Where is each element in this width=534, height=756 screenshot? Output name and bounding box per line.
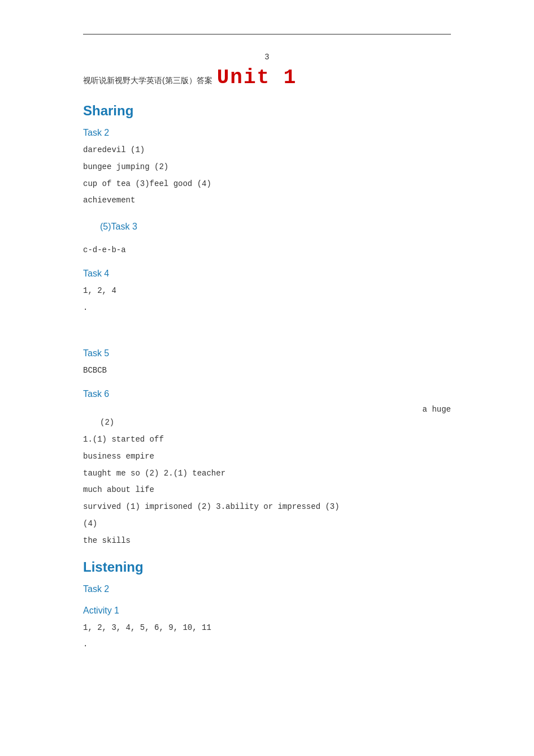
page-number: 3 — [265, 52, 270, 61]
task-6-label: Task 6 — [83, 389, 451, 399]
task-6-line-6: survived (1) imprisoned (2) 3.ability or… — [83, 500, 451, 514]
task-4-block: Task 4 1, 2, 4 . — [83, 269, 451, 315]
task-6-line-5: much about life — [83, 483, 451, 497]
unit-title: Unit 1 — [217, 66, 297, 89]
task-2-line-1: daredevil (1) — [83, 144, 451, 157]
task-6-right-line: a huge — [83, 405, 451, 414]
task-2-block: Task 2 daredevil (1) bungee jumping (2) … — [83, 128, 451, 208]
task-3-block: (5)Task 3 c-d-e-b-a — [83, 219, 451, 257]
top-rule — [83, 34, 451, 34]
task-2-label: Task 2 — [83, 128, 451, 138]
task-5-answer: BCBCB — [83, 364, 451, 378]
task-3-answer: c-d-e-b-a — [83, 244, 451, 257]
page-content: 3 视听说新视野大学英语(第三版）答案 Unit 1 Sharing Task … — [0, 0, 534, 697]
task-6-line-2: 1.(1) started off — [83, 433, 451, 447]
listen-task-2-block: Task 2 — [83, 584, 451, 594]
task-6-line-3: business empire — [83, 450, 451, 464]
task-5-block: Task 5 BCBCB — [83, 348, 451, 378]
task-2-line-4: achievement — [83, 194, 451, 208]
unit-subtitle: 视听说新视野大学英语(第三版）答案 — [83, 76, 212, 86]
activity-1-label: Activity 1 — [83, 606, 451, 616]
sharing-heading: Sharing — [83, 103, 451, 119]
section-sharing: Sharing Task 2 daredevil (1) bungee jump… — [83, 103, 451, 314]
task-5-label: Task 5 — [83, 348, 451, 358]
task-4-label: Task 4 — [83, 269, 451, 279]
page-number-area: 3 — [83, 51, 451, 62]
task-6-line-7: (4) — [83, 517, 451, 531]
listen-task-2-label: Task 2 — [83, 584, 451, 594]
activity-1-answer: 1, 2, 3, 4, 5, 6, 9, 10, 11 — [83, 621, 451, 635]
activity-1-block: Activity 1 1, 2, 3, 4, 5, 6, 9, 10, 11 . — [83, 606, 451, 652]
task-4-dot: . — [83, 301, 451, 315]
task-6-line-1: (2) — [100, 416, 451, 430]
task-6-line-8: the skills — [83, 534, 451, 548]
task-3-label: (5)Task 3 — [100, 219, 451, 235]
listening-heading: Listening — [83, 559, 451, 575]
task-6-line-4: taught me so (2) 2.(1) teacher — [83, 467, 451, 481]
page-container: 3 视听说新视野大学英语(第三版）答案 Unit 1 Sharing Task … — [0, 0, 534, 756]
task-2-line-3: cup of tea (3)feel good (4) — [83, 178, 451, 191]
task-2-line-2: bungee jumping (2) — [83, 161, 451, 174]
task-6-block: Task 6 a huge (2) 1.(1) started off busi… — [83, 389, 451, 547]
activity-1-dot: . — [83, 638, 451, 651]
section-listening: Listening Task 2 Activity 1 1, 2, 3, 4, … — [83, 559, 451, 652]
task-4-answer: 1, 2, 4 — [83, 284, 451, 298]
unit-header-row: 视听说新视野大学英语(第三版）答案 Unit 1 — [83, 66, 451, 89]
